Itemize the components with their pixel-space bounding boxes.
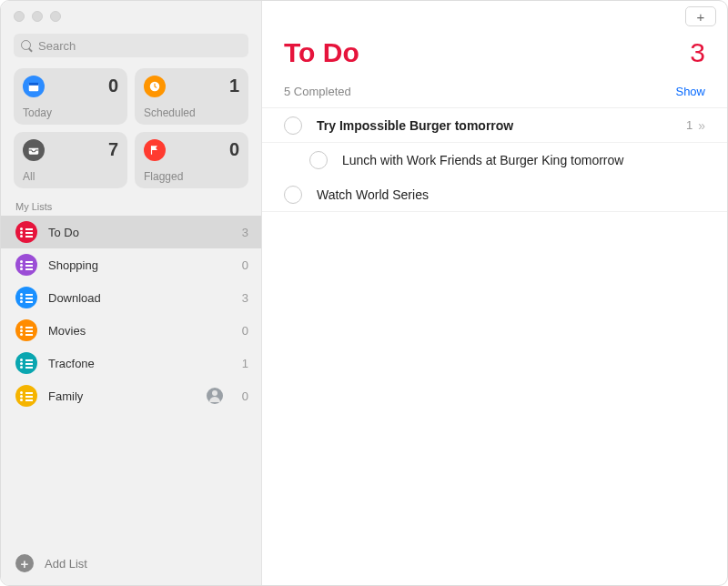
list-count: 0 (230, 324, 248, 338)
shared-icon (207, 388, 223, 404)
list-icon (15, 287, 37, 308)
list-count: 3 (230, 291, 248, 305)
calendar-today-icon (23, 76, 45, 97)
card-scheduled-count: 1 (229, 76, 239, 96)
list-item-family[interactable]: Family 0 (1, 379, 261, 412)
completed-row: 5 Completed Show (262, 72, 727, 108)
toolbar: + (262, 1, 727, 32)
smart-list-cards: 0 Today 1 Scheduled 7 (1, 68, 261, 188)
svg-rect-1 (29, 83, 39, 86)
reminder-text: Try Impossible Burger tomorrow (317, 118, 686, 133)
list-name: Shopping (48, 258, 230, 272)
list-icon (15, 319, 37, 341)
chevron-right-icon[interactable]: » (698, 118, 705, 133)
main-panel: + To Do 3 5 Completed Show Try Impossibl… (262, 1, 727, 585)
list-total-count: 3 (690, 37, 705, 68)
list-icon (15, 352, 37, 374)
search-placeholder: Search (38, 39, 76, 53)
reminder-text: Watch World Series (317, 187, 705, 202)
list-item-download[interactable]: Download 3 (1, 281, 261, 314)
card-scheduled[interactable]: 1 Scheduled (135, 68, 248, 125)
clock-icon (144, 76, 166, 97)
card-flagged[interactable]: 0 Flagged (135, 132, 248, 188)
list-title-row: To Do 3 (262, 32, 727, 72)
list-name: To Do (48, 226, 230, 239)
app-window: Search 0 Today 1 Schedule (0, 0, 728, 586)
traffic-light-zoom[interactable] (50, 11, 61, 22)
reminder-text: Lunch with Work Friends at Burger King t… (342, 153, 705, 167)
card-flagged-label: Flagged (144, 170, 239, 183)
card-all[interactable]: 7 All (14, 132, 127, 188)
list-icon (15, 385, 37, 407)
card-flagged-count: 0 (229, 139, 239, 160)
card-all-count: 7 (108, 139, 118, 160)
subtask-count: 1 (686, 118, 693, 132)
add-reminder-button[interactable]: + (685, 6, 716, 26)
window-controls (1, 1, 261, 32)
list-item-movies[interactable]: Movies 0 (1, 314, 261, 347)
list-name: Tracfone (48, 357, 230, 370)
add-list-button[interactable]: + Add List (1, 541, 261, 585)
search-icon (21, 40, 33, 52)
card-scheduled-label: Scheduled (144, 106, 239, 119)
mylists: To Do 3 Shopping 0 Download 3 Movies 0 T… (1, 216, 261, 541)
list-item-shopping[interactable]: Shopping 0 (1, 248, 261, 281)
list-count: 1 (230, 357, 248, 370)
list-name: Movies (48, 324, 230, 338)
list-icon (15, 221, 37, 243)
mylists-header: My Lists (15, 201, 261, 212)
complete-circle[interactable] (284, 116, 302, 135)
list-name: Family (48, 389, 207, 403)
reminder-item[interactable]: Try Impossible Burger tomorrow 1 » (262, 108, 727, 143)
complete-circle[interactable] (284, 186, 302, 204)
list-count: 0 (230, 389, 248, 403)
list-icon (15, 254, 37, 276)
list-title: To Do (284, 37, 359, 68)
add-list-label: Add List (45, 557, 87, 571)
card-today-count: 0 (108, 76, 118, 96)
list-item-tracfone[interactable]: Tracfone 1 (1, 347, 261, 379)
plus-icon: + (697, 9, 705, 25)
plus-circle-icon: + (15, 554, 34, 572)
reminder-item[interactable]: Watch World Series (262, 177, 727, 212)
card-today[interactable]: 0 Today (14, 68, 127, 125)
reminder-subitem[interactable]: Lunch with Work Friends at Burger King t… (262, 143, 727, 177)
list-name: Download (48, 291, 230, 305)
search-input[interactable]: Search (14, 34, 248, 57)
list-count: 0 (230, 258, 248, 272)
tray-icon (23, 139, 45, 161)
flag-icon (144, 139, 166, 161)
completed-label: 5 Completed (284, 85, 351, 98)
traffic-light-minimize[interactable] (32, 11, 43, 22)
list-item-todo[interactable]: To Do 3 (1, 216, 261, 248)
traffic-light-close[interactable] (14, 11, 25, 22)
list-count: 3 (230, 226, 248, 239)
sidebar: Search 0 Today 1 Schedule (1, 1, 262, 585)
card-all-label: All (23, 170, 118, 183)
show-completed-button[interactable]: Show (675, 85, 705, 98)
card-today-label: Today (23, 106, 118, 119)
complete-circle[interactable] (309, 151, 328, 169)
